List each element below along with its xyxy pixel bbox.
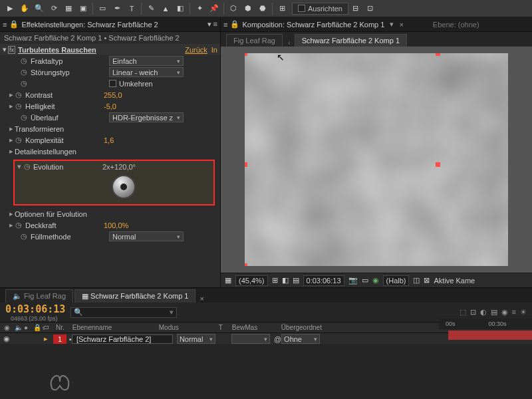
helligkeit-value[interactable]: -5,0 bbox=[104, 102, 116, 110]
twisty-icon[interactable]: ▸ bbox=[8, 209, 15, 218]
twisty-icon[interactable]: ▸ bbox=[8, 124, 15, 133]
stopwatch-icon[interactable]: ◷ bbox=[24, 162, 31, 171]
twisty-icon[interactable]: ▸ bbox=[8, 102, 15, 110]
stopwatch-icon[interactable]: ◷ bbox=[15, 136, 23, 144]
current-time[interactable]: 0:03:06:13 bbox=[303, 275, 344, 286]
local-axis-icon[interactable]: ⬡ bbox=[226, 1, 241, 16]
twisty-icon[interactable]: ▾ bbox=[17, 162, 21, 171]
text-tool-icon[interactable]: T bbox=[124, 1, 139, 16]
snap-toggle[interactable]: Ausrichten bbox=[292, 3, 348, 15]
time-ruler[interactable]: 00s 00:30s bbox=[439, 319, 532, 329]
kontrast-value[interactable]: 255,0 bbox=[104, 91, 122, 99]
res-chooser-icon[interactable]: ⊞ bbox=[272, 276, 278, 285]
stopwatch-icon[interactable]: ◷ bbox=[15, 221, 23, 229]
stopwatch-icon[interactable]: ◷ bbox=[20, 232, 28, 241]
layer-bar[interactable] bbox=[448, 331, 532, 340]
pen-tool-icon[interactable]: ✒ bbox=[110, 1, 124, 16]
solo-col-icon[interactable]: ● bbox=[20, 324, 29, 331]
region-icon[interactable]: ▭ bbox=[362, 276, 368, 285]
effect-name[interactable]: Turbulentes Rauschen bbox=[18, 46, 96, 54]
bbox-handle[interactable] bbox=[245, 53, 247, 56]
tab-active-comp[interactable]: Schwarz Farbfläche 2 Komp 1 bbox=[295, 34, 407, 47]
stopwatch-icon[interactable]: ◷ bbox=[20, 79, 28, 88]
frame-blend-icon[interactable]: ⊡ bbox=[470, 308, 476, 317]
twisty-icon[interactable]: ▾ bbox=[3, 45, 7, 54]
twisty-icon[interactable]: ▸ bbox=[41, 334, 51, 343]
eye-col-icon[interactable]: ◉ bbox=[0, 324, 11, 331]
bbox-handle[interactable] bbox=[245, 263, 247, 266]
camera-label[interactable]: Aktive Kame bbox=[434, 277, 475, 285]
camera-tool-icon[interactable]: ▦ bbox=[61, 1, 76, 16]
close-icon[interactable]: × bbox=[399, 21, 403, 29]
hand-tool-icon[interactable]: ✋ bbox=[17, 1, 32, 16]
tl-tab-figleaf[interactable]: 🔈 Fig Leaf Rag bbox=[5, 289, 73, 303]
snap-icon[interactable]: ⊞ bbox=[275, 1, 289, 16]
twisty-icon[interactable]: ▸ bbox=[8, 221, 15, 229]
toggle-icon[interactable]: ◫ bbox=[413, 276, 420, 285]
anchor-tool-icon[interactable]: ▣ bbox=[76, 1, 90, 16]
mode-dropdown[interactable]: Normal▾ bbox=[177, 334, 215, 344]
stoerungstyp-dropdown[interactable]: Linear - weich▾ bbox=[109, 67, 184, 77]
rect-tool-icon[interactable]: ▭ bbox=[95, 1, 110, 16]
tl-tab-active[interactable]: ▦ Schwarz Farbfläche 2 Komp 1 bbox=[74, 289, 196, 303]
shy-icon[interactable]: ⬚ bbox=[460, 308, 466, 317]
timeline-search[interactable]: 🔍 ▾ bbox=[70, 307, 177, 318]
parent-dropdown[interactable]: Ohne▾ bbox=[281, 334, 320, 344]
layer-number[interactable]: 1 bbox=[53, 334, 66, 344]
ueberlauf-dropdown[interactable]: HDR-Ergebnisse z▾ bbox=[109, 112, 184, 122]
brush-tool-icon[interactable]: ✎ bbox=[144, 1, 158, 16]
eraser-tool-icon[interactable]: ◧ bbox=[173, 1, 188, 16]
lock-col-icon[interactable]: 🔒 bbox=[29, 324, 39, 331]
colormgmt-icon[interactable]: ◉ bbox=[372, 276, 379, 285]
grid-icon[interactable]: ▦ bbox=[225, 276, 231, 285]
evolution-dial[interactable] bbox=[112, 175, 136, 199]
tab-nav-icon[interactable]: ‹ bbox=[284, 39, 295, 47]
effect-info-link[interactable]: In bbox=[211, 46, 217, 54]
search-dropdown-icon[interactable]: ▾ bbox=[170, 308, 174, 317]
twisty-icon[interactable]: ▸ bbox=[8, 90, 15, 99]
umkehren-checkbox[interactable] bbox=[109, 80, 116, 87]
stopwatch-icon[interactable]: ◷ bbox=[20, 68, 28, 76]
rotate-tool-icon[interactable]: ⟳ bbox=[47, 1, 61, 16]
bbox-handle[interactable] bbox=[245, 162, 247, 167]
tl-close-icon[interactable]: × bbox=[197, 295, 206, 303]
channel-icon[interactable]: ◧ bbox=[282, 276, 289, 285]
snap-checkbox[interactable] bbox=[298, 5, 305, 12]
evolution-value[interactable]: 2x+120,0° bbox=[102, 163, 136, 171]
graph-icon[interactable]: ▤ bbox=[491, 308, 497, 317]
switches-icon[interactable]: ≡ bbox=[512, 308, 516, 317]
tab-figleaf[interactable]: Fig Leaf Rag bbox=[226, 34, 283, 47]
panel-dropdown-icon[interactable]: ▾ ≡ bbox=[207, 20, 217, 29]
zoom-value[interactable]: (45,4%) bbox=[235, 275, 268, 286]
selection-tool-icon[interactable]: ▶ bbox=[3, 1, 17, 16]
stopwatch-icon[interactable]: ◷ bbox=[20, 57, 28, 65]
panel-menu-icon[interactable]: ≡ bbox=[223, 21, 227, 29]
stamp-tool-icon[interactable]: ▲ bbox=[158, 1, 173, 16]
zoom-tool-icon[interactable]: 🔍 bbox=[32, 1, 47, 16]
viewer[interactable] bbox=[221, 47, 532, 273]
timecode[interactable]: 0:03:06:13 bbox=[5, 303, 65, 315]
fraktaltyp-dropdown[interactable]: Einfach▾ bbox=[109, 56, 184, 66]
snapshot-icon[interactable]: 📷 bbox=[348, 276, 358, 285]
speaker-col-icon[interactable]: 🔈 bbox=[11, 324, 20, 331]
brain-icon[interactable]: ◉ bbox=[501, 308, 508, 317]
layer-name[interactable]: [Schwarz Farbfläche 2] bbox=[72, 334, 173, 344]
stopwatch-icon[interactable]: ◷ bbox=[20, 113, 28, 122]
visibility-toggle[interactable]: ◉ bbox=[0, 334, 13, 343]
lock-icon[interactable]: 🔒 bbox=[230, 20, 239, 29]
expand-icon[interactable]: ⊡ bbox=[363, 1, 378, 16]
komplexitaet-value[interactable]: 1,6 bbox=[104, 136, 114, 144]
world-axis-icon[interactable]: ⬢ bbox=[241, 1, 255, 16]
bbox-handle[interactable] bbox=[436, 53, 440, 56]
view-axis-icon[interactable]: ⬣ bbox=[255, 1, 270, 16]
pin-tool-icon[interactable]: 📌 bbox=[207, 1, 221, 16]
comp-dropdown-icon[interactable]: ▾ bbox=[390, 20, 394, 29]
stopwatch-icon[interactable]: ◷ bbox=[15, 102, 23, 110]
stopwatch-icon[interactable]: ◷ bbox=[15, 90, 23, 99]
fuellmethode-dropdown[interactable]: Normal▾ bbox=[109, 231, 184, 241]
lock-icon[interactable]: 🔒 bbox=[9, 20, 19, 29]
twisty-icon[interactable]: ▸ bbox=[8, 136, 15, 144]
effect-reset-link[interactable]: Zurück bbox=[185, 46, 207, 54]
bbox-handle[interactable] bbox=[436, 162, 440, 167]
mask-icon[interactable]: ▤ bbox=[293, 276, 299, 285]
